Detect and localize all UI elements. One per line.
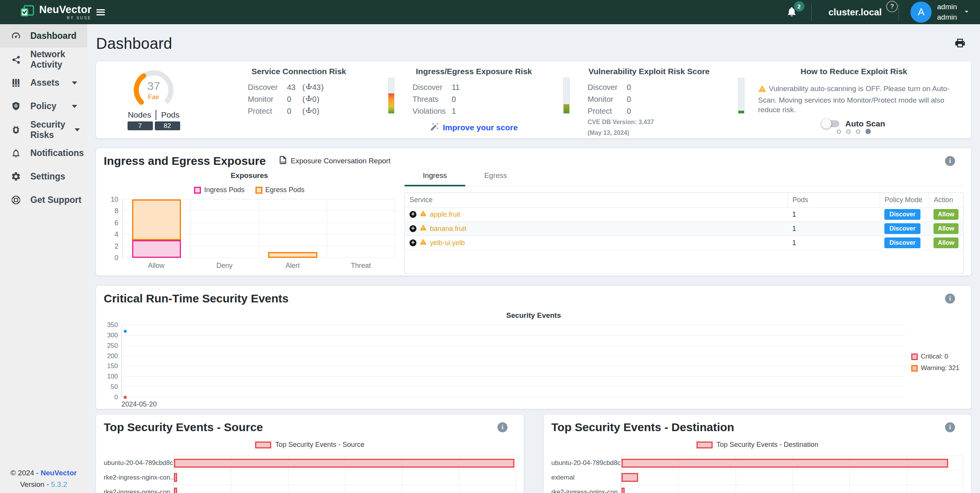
policy-mode-button[interactable]: Discover bbox=[884, 223, 920, 234]
cluster-selector[interactable]: cluster.local bbox=[812, 7, 899, 18]
chevron-down-icon bbox=[72, 81, 77, 85]
anchor-icon bbox=[305, 95, 312, 104]
expand-row-icon[interactable] bbox=[410, 211, 416, 218]
bar bbox=[622, 459, 948, 468]
auto-scan-toggle[interactable] bbox=[822, 120, 839, 127]
x-axis-labels: AllowDenyAlertThreat bbox=[122, 262, 395, 270]
exposure-table: Service Pods Policy Mode Action apple.fr… bbox=[405, 193, 963, 274]
bar-label: rke2-ingress-nginx-con... bbox=[104, 485, 174, 493]
carousel-dot-4[interactable] bbox=[866, 129, 871, 134]
gridline bbox=[259, 199, 259, 258]
expand-row-icon[interactable] bbox=[410, 239, 416, 246]
gridline bbox=[793, 485, 793, 493]
service-link[interactable]: banana.fruit bbox=[430, 225, 466, 233]
bar-row: rke2-ingress-nginx-con... bbox=[551, 485, 963, 493]
sidebar-item-network-activity[interactable]: Network Activity bbox=[0, 48, 87, 71]
y-tick-label: 6 bbox=[114, 219, 118, 227]
chart-legend: Ingress Pods Egress Pods bbox=[104, 186, 395, 194]
improve-your-score-link[interactable]: Improve your score bbox=[386, 122, 562, 133]
info-icon[interactable] bbox=[945, 294, 955, 304]
bell-icon bbox=[786, 12, 798, 18]
neuvector-logo[interactable]: NeuVector BY SUSE bbox=[0, 3, 87, 21]
info-icon[interactable] bbox=[945, 422, 955, 432]
menu-toggle-icon[interactable] bbox=[96, 9, 105, 15]
exposure-report-link[interactable]: csv Exposure Conversation Report bbox=[278, 155, 391, 167]
neuvector-logo-icon bbox=[19, 3, 35, 21]
egress-pods-bar bbox=[268, 252, 317, 258]
col-action: Action bbox=[929, 193, 963, 207]
action-button[interactable]: Allow bbox=[934, 223, 958, 234]
gridline bbox=[793, 470, 793, 485]
anchor-icon bbox=[305, 107, 312, 116]
sidebar-item-notifications[interactable]: Notifications bbox=[0, 141, 87, 165]
gridline bbox=[963, 456, 964, 470]
y-tick-label: 250 bbox=[107, 342, 118, 350]
critical-swatch bbox=[911, 354, 918, 360]
bar-row: rke2-ingress-nginx-con... bbox=[104, 485, 516, 493]
sidebar-item-label: Dashboard bbox=[30, 31, 76, 41]
pods-count-badge: 82 bbox=[155, 121, 180, 130]
sidebar-item-label: Network Activity bbox=[30, 49, 87, 70]
bar-track bbox=[174, 470, 516, 485]
policy-mode-button[interactable]: Discover bbox=[884, 237, 920, 248]
warning-icon bbox=[420, 238, 427, 247]
tab-egress[interactable]: Egress bbox=[465, 168, 526, 186]
policy-mode-button[interactable]: Discover bbox=[884, 209, 920, 220]
bar bbox=[622, 488, 625, 493]
chevron-down-icon bbox=[962, 7, 971, 17]
sidebar-item-policy[interactable]: Policy bbox=[0, 95, 87, 118]
page-title: Dashboard bbox=[96, 35, 172, 52]
sidebar-item-get-support[interactable]: Get Support bbox=[0, 188, 87, 212]
y-tick-label: 0 bbox=[114, 393, 118, 401]
section-title: Vulnerability Exploit Risk Score bbox=[562, 67, 737, 76]
y-tick-label: 0 bbox=[114, 254, 118, 262]
info-icon[interactable] bbox=[945, 156, 955, 166]
gridline bbox=[122, 376, 905, 377]
print-button[interactable] bbox=[954, 37, 966, 50]
warning-icon bbox=[420, 210, 427, 219]
neuvector-link[interactable]: NeuVector bbox=[41, 469, 77, 477]
warning-swatch bbox=[911, 365, 918, 372]
action-button[interactable]: Allow bbox=[934, 209, 958, 220]
tab-ingress[interactable]: Ingress bbox=[405, 168, 465, 186]
destination-swatch bbox=[696, 442, 713, 448]
notifications-bell-button[interactable]: 2 bbox=[772, 6, 811, 19]
service-link[interactable]: apple.fruit bbox=[430, 211, 460, 219]
gridline bbox=[402, 485, 402, 493]
help-button[interactable] bbox=[886, 1, 898, 12]
table-row: banana.fruit 1 Discover Allow bbox=[405, 222, 963, 236]
chart-legend: Top Security Events - Destination bbox=[551, 441, 963, 449]
carousel-dot-1[interactable] bbox=[837, 129, 841, 134]
version-link[interactable]: 5.3.2 bbox=[51, 480, 67, 488]
table-row: apple.fruit 1 Discover Allow bbox=[405, 207, 963, 222]
y-tick-label: 4 bbox=[114, 231, 118, 239]
svg-text:csv: csv bbox=[281, 161, 285, 163]
service-link[interactable]: yelb-ui.yelb bbox=[430, 239, 465, 247]
risk-score-card: 37 Fair Nodes Pods 7 82 Service Connecti… bbox=[96, 61, 971, 138]
user-menu[interactable]: A admin admin bbox=[899, 2, 974, 23]
action-button[interactable]: Allow bbox=[934, 237, 958, 248]
gridline bbox=[516, 485, 516, 493]
carousel-dot-2[interactable] bbox=[846, 129, 851, 134]
info-icon[interactable] bbox=[497, 422, 507, 432]
sidebar-footer: © 2024 - NeuVector Version - 5.3.2 bbox=[0, 467, 87, 490]
y-tick-label: 50 bbox=[111, 383, 118, 391]
bar-track bbox=[174, 485, 516, 493]
gridline bbox=[345, 485, 345, 493]
sidebar-item-assets[interactable]: Assets bbox=[0, 71, 87, 95]
gridline bbox=[231, 485, 231, 493]
chart-legend: Critical: 0 Warning: 321 bbox=[905, 353, 963, 397]
sidebar-item-settings[interactable]: Settings bbox=[0, 165, 87, 188]
sidebar-item-label: Get Support bbox=[30, 195, 81, 205]
gridline bbox=[122, 335, 905, 335]
top-security-events-destination-card: Top Security Events - Destination Top Se… bbox=[544, 415, 971, 493]
bell-icon bbox=[11, 148, 21, 158]
auto-scan-label: Auto Scan bbox=[845, 119, 885, 128]
sidebar-item-dashboard[interactable]: Dashboard bbox=[0, 24, 87, 48]
y-tick-label: 8 bbox=[114, 207, 118, 215]
expand-row-icon[interactable] bbox=[410, 225, 416, 232]
sidebar-item-security-risks[interactable]: Security Risks bbox=[0, 118, 87, 141]
carousel-dot-3[interactable] bbox=[856, 129, 860, 134]
x-tick-label: Allow bbox=[122, 262, 191, 270]
chart-title: Security Events bbox=[104, 311, 963, 320]
